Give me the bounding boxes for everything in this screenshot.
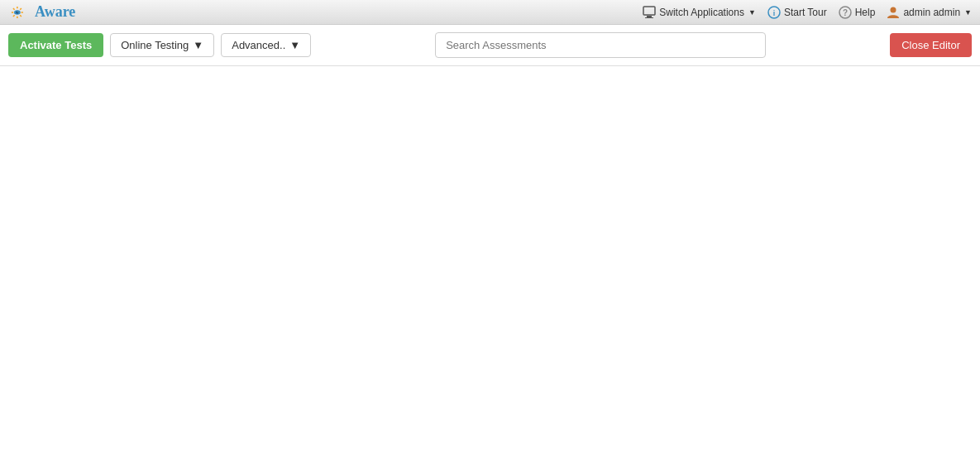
close-editor-button[interactable]: Close Editor [890,33,972,57]
svg-text:i: i [773,9,776,17]
svg-line-5 [13,15,15,17]
svg-line-1 [20,8,22,10]
user-icon [887,6,900,19]
help-button[interactable]: ? Help [839,6,876,19]
logo-area: Aware [8,3,75,21]
svg-rect-12 [647,16,652,17]
switch-applications-button[interactable]: Switch Applications ▼ [643,6,756,19]
toolbar: Activate Tests Online Testing ▼ Advanced… [0,25,980,66]
online-testing-caret: ▼ [193,39,203,51]
online-testing-dropdown[interactable]: Online Testing ▼ [110,33,214,57]
top-nav-bar: Aware Switch Applications ▼ i Start Tour… [0,0,980,25]
aware-logo-icon [8,4,31,21]
switch-applications-caret: ▼ [748,8,756,17]
monitor-icon [643,6,656,19]
start-tour-label: Start Tour [784,7,827,18]
logo-text: Aware [35,3,75,21]
svg-text:?: ? [843,8,848,17]
nav-right-area: Switch Applications ▼ i Start Tour ? Hel… [643,6,972,19]
start-tour-button[interactable]: i Start Tour [767,6,827,19]
help-icon: ? [839,6,852,19]
advanced-caret: ▼ [289,39,300,51]
svg-line-7 [13,8,15,10]
svg-point-9 [16,11,18,13]
advanced-dropdown[interactable]: Advanced.. ▼ [221,33,311,57]
admin-label: admin admin [903,7,960,18]
svg-point-18 [891,7,896,12]
online-testing-label: Online Testing [121,39,189,51]
switch-applications-label: Switch Applications [659,7,744,18]
admin-caret: ▼ [964,8,972,17]
advanced-label: Advanced.. [232,39,285,51]
help-label: Help [855,7,876,18]
activate-tests-button[interactable]: Activate Tests [8,33,103,57]
main-content-area [0,66,980,471]
svg-line-3 [20,15,22,17]
svg-rect-11 [643,7,655,15]
tour-icon: i [767,6,781,19]
admin-menu-button[interactable]: admin admin ▼ [887,6,972,19]
search-input[interactable] [435,32,766,58]
search-area [318,32,883,58]
svg-point-10 [17,12,18,12]
svg-rect-13 [645,17,653,18]
